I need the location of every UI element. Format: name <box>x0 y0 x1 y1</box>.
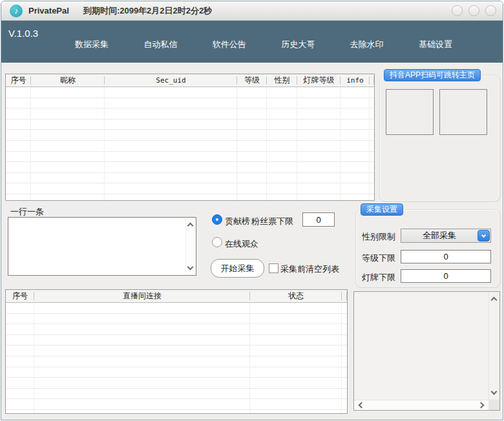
room-table-body <box>6 303 347 413</box>
app-title: PrivatePal <box>28 6 69 15</box>
app-window: ♪ PrivatePal 到期时间:2099年2月2日2时2分2秒 V.1.0.… <box>1 1 503 420</box>
col-room-index: 序号 <box>6 290 34 302</box>
tab-announcement[interactable]: 软件公告 <box>209 37 250 52</box>
nav-tabs: 数据采集 自动私信 软件公告 历史大哥 去除水印 基础设置 <box>71 37 456 52</box>
col-sec-uid: Sec_uid <box>105 74 237 87</box>
scrollbar-corner <box>488 400 499 410</box>
tab-basic-settings[interactable]: 基础设置 <box>415 37 456 52</box>
qr-code-left <box>386 89 434 135</box>
tab-remove-watermark[interactable]: 去除水印 <box>346 37 388 52</box>
col-index: 序号 <box>6 74 31 87</box>
level-min-label: 等级下限 <box>362 252 395 264</box>
user-table-body <box>6 87 374 200</box>
log-horizontal-scrollbar[interactable] <box>354 400 488 410</box>
col-room-status: 状态 <box>250 290 342 302</box>
room-links-textarea[interactable] <box>8 217 196 276</box>
close-button[interactable] <box>485 5 496 16</box>
gender-limit-label: 性别限制 <box>362 231 395 243</box>
qr-panel-title: 抖音APP扫码可跳转主页 <box>384 69 481 81</box>
col-level: 等级 <box>237 74 267 87</box>
col-nickname: 昵称 <box>31 74 105 87</box>
clear-before-collect-label[interactable]: 采集前清空列表 <box>280 263 339 275</box>
clear-before-collect-checkbox[interactable] <box>269 263 278 273</box>
col-room-spacer <box>342 290 347 302</box>
qr-panel <box>379 75 500 201</box>
minimize-button[interactable] <box>452 5 463 16</box>
start-collect-button[interactable]: 开始采集 <box>211 259 264 278</box>
col-lamp-level: 灯牌等级 <box>297 74 341 87</box>
window-controls <box>452 5 496 16</box>
combo-dropdown-button[interactable] <box>478 230 490 241</box>
scroll-down-icon[interactable] <box>491 389 498 395</box>
textarea-scrollbar[interactable] <box>185 218 195 274</box>
gender-limit-value: 全部采集 <box>401 230 478 241</box>
col-gender: 性别 <box>267 74 297 87</box>
chevron-down-icon <box>481 232 486 237</box>
scroll-up-icon[interactable] <box>187 223 194 229</box>
log-output-box <box>353 291 500 411</box>
collect-settings-title: 采集设置 <box>361 203 403 216</box>
fans-ticket-min-label: 粉丝票下限 <box>251 216 293 227</box>
contribution-rank-radio[interactable] <box>212 214 222 225</box>
scroll-right-icon[interactable] <box>478 402 485 409</box>
room-table-header: 序号 直播间连接 状态 <box>6 290 347 303</box>
version-label: V.1.0.3 <box>8 28 38 39</box>
scroll-down-icon[interactable] <box>187 264 194 271</box>
scroll-left-icon[interactable] <box>359 402 365 409</box>
online-viewers-label[interactable]: 在线观众 <box>225 238 258 250</box>
col-spacer <box>370 74 374 87</box>
gender-limit-select[interactable]: 全部采集 <box>401 229 491 243</box>
lamp-min-label: 灯牌下限 <box>362 272 395 283</box>
maximize-button[interactable] <box>468 5 479 16</box>
user-table: 序号 昵称 Sec_uid 等级 性别 灯牌等级 info <box>5 74 375 201</box>
col-info: info <box>341 74 370 87</box>
contribution-rank-label[interactable]: 贡献榜 <box>225 216 250 227</box>
col-room-link: 直播间连接 <box>34 290 250 302</box>
scroll-up-icon[interactable] <box>491 297 498 303</box>
tab-history-patron[interactable]: 历史大哥 <box>277 37 319 52</box>
one-per-line-label: 一行一条 <box>10 206 44 218</box>
lamp-min-input[interactable] <box>401 269 491 283</box>
titlebar: ♪ PrivatePal 到期时间:2099年2月2日2时2分2秒 <box>1 1 503 21</box>
fans-ticket-min-input[interactable] <box>302 212 335 227</box>
app-logo-music-note-icon: ♪ <box>10 5 23 17</box>
log-vertical-scrollbar[interactable] <box>488 292 499 400</box>
room-table: 序号 直播间连接 状态 <box>5 289 348 414</box>
qr-code-right <box>439 89 487 135</box>
nav-bar: V.1.0.3 数据采集 自动私信 软件公告 历史大哥 去除水印 基础设置 <box>1 21 503 63</box>
level-min-input[interactable] <box>401 250 491 263</box>
tab-data-collect[interactable]: 数据采集 <box>71 37 112 52</box>
user-table-header: 序号 昵称 Sec_uid 等级 性别 灯牌等级 info <box>6 74 374 87</box>
online-viewers-radio[interactable] <box>212 237 222 247</box>
tab-auto-message[interactable]: 自动私信 <box>140 37 181 52</box>
expiry-time-text: 到期时间:2099年2月2日2时2分2秒 <box>83 5 212 17</box>
